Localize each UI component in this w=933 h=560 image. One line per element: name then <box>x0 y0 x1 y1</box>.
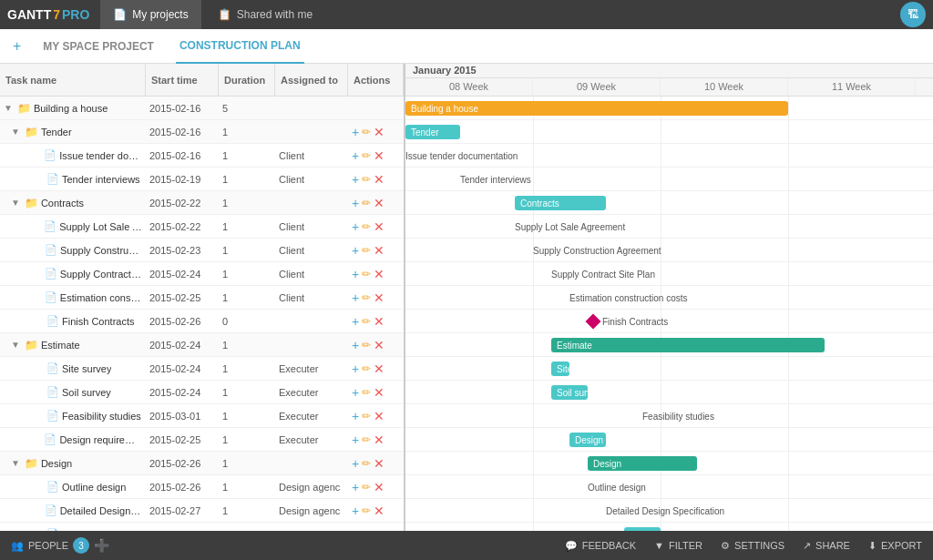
action-add[interactable]: + <box>352 290 359 305</box>
export-button[interactable]: ⬇ EXPORT <box>868 540 922 552</box>
action-edit[interactable]: ✏ <box>362 528 371 532</box>
tab-shared[interactable]: 📋 Shared with me <box>205 0 325 29</box>
folder-icon: 📁 <box>25 457 38 470</box>
cell-start: 2015-02-16 <box>146 97 219 119</box>
share-button[interactable]: ↗ SHARE <box>803 540 850 552</box>
action-edit[interactable]: ✏ <box>362 149 371 162</box>
action-edit[interactable]: ✏ <box>362 220 371 233</box>
action-delete[interactable]: ✕ <box>374 125 384 139</box>
action-edit[interactable]: ✏ <box>362 481 371 494</box>
action-delete[interactable]: ✕ <box>374 219 384 234</box>
collapse-icon[interactable]: ▼ <box>11 198 20 208</box>
collapse-icon[interactable]: ▼ <box>11 458 20 468</box>
action-edit[interactable]: ✏ <box>362 291 371 304</box>
col-header-duration: Duration <box>219 64 275 96</box>
action-edit[interactable]: ✏ <box>362 173 371 186</box>
gantt-bar[interactable]: Design <box>588 456 697 471</box>
task-name: Feasibility studies <box>62 411 141 422</box>
action-delete[interactable]: ✕ <box>374 290 384 305</box>
gantt-bar[interactable]: Estimate <box>551 338 825 352</box>
filter-button[interactable]: ▼ FILTER <box>654 540 702 551</box>
action-delete[interactable]: ✕ <box>374 504 384 518</box>
action-edit[interactable]: ✏ <box>362 197 371 209</box>
action-edit[interactable]: ✏ <box>362 126 371 138</box>
gantt-bar[interactable]: Site survey <box>551 361 569 376</box>
gantt-bar[interactable]: Contracts <box>515 196 606 210</box>
action-delete[interactable]: ✕ <box>374 527 384 532</box>
grid-line <box>788 523 789 531</box>
action-edit[interactable]: ✏ <box>362 410 371 423</box>
action-delete[interactable]: ✕ <box>374 314 384 329</box>
action-add[interactable]: + <box>352 480 359 494</box>
task-name: Building a house <box>34 103 108 114</box>
col-header-start: Start time <box>146 64 219 96</box>
action-add[interactable]: + <box>352 196 359 210</box>
col-header-actions: Actions <box>348 64 404 96</box>
nav-my-space[interactable]: MY SPACE PROJECT <box>39 29 158 64</box>
action-edit[interactable]: ✏ <box>362 244 371 257</box>
action-delete[interactable]: ✕ <box>374 456 384 471</box>
my-projects-icon: 📄 <box>113 8 127 21</box>
grid-line <box>533 428 534 451</box>
bar-label: Supply Lot Sale Agreement <box>515 222 625 232</box>
milestone-diamond <box>586 314 601 330</box>
people-count: 3 <box>73 537 89 554</box>
action-delete[interactable]: ✕ <box>374 338 384 352</box>
action-add[interactable]: + <box>352 361 359 376</box>
action-delete[interactable]: ✕ <box>374 409 384 423</box>
action-edit[interactable]: ✏ <box>362 504 371 517</box>
gantt-week-row: 08 Week09 Week10 Week11 Week <box>405 78 933 96</box>
action-delete[interactable]: ✕ <box>374 480 384 494</box>
action-edit[interactable]: ✏ <box>362 457 371 470</box>
action-delete[interactable]: ✕ <box>374 433 384 447</box>
action-add[interactable]: + <box>352 172 359 187</box>
gantt-row: Contracts <box>405 191 933 215</box>
feedback-button[interactable]: 💬 FEEDBACK <box>565 540 636 552</box>
action-edit[interactable]: ✏ <box>362 339 371 351</box>
action-add[interactable]: + <box>352 338 359 352</box>
action-add[interactable]: + <box>352 409 359 423</box>
action-edit[interactable]: ✏ <box>362 362 371 375</box>
action-add[interactable]: + <box>352 385 359 400</box>
tab-my-projects[interactable]: 📄 My projects <box>100 0 200 29</box>
action-edit[interactable]: ✏ <box>362 315 371 328</box>
logo-pro: PRO <box>62 7 89 22</box>
add-project-button[interactable]: + <box>13 38 21 55</box>
action-edit[interactable]: ✏ <box>362 433 371 446</box>
action-edit[interactable]: ✏ <box>362 386 371 399</box>
action-add[interactable]: + <box>352 267 359 281</box>
action-delete[interactable]: ✕ <box>374 267 384 281</box>
gantt-chart[interactable]: January 2015 08 Week09 Week10 Week11 Wee… <box>405 64 933 531</box>
action-edit[interactable]: ✏ <box>362 268 371 280</box>
table-row: 📄 Supply Lot Sale Agre 2015-02-22 1 Clie… <box>0 215 404 239</box>
action-add[interactable]: + <box>352 456 359 471</box>
action-delete[interactable]: ✕ <box>374 196 384 210</box>
action-add[interactable]: + <box>352 504 359 518</box>
gantt-bar[interactable]: Scheme design <box>624 527 661 531</box>
nav-construction-plan[interactable]: CONSTRUCTION PLAN <box>176 29 304 64</box>
action-delete[interactable]: ✕ <box>374 148 384 163</box>
action-add[interactable]: + <box>352 433 359 447</box>
gantt-bar[interactable]: Building a house <box>405 101 788 116</box>
action-add[interactable]: + <box>352 527 359 532</box>
collapse-icon[interactable]: ▼ <box>11 127 20 137</box>
bar-label: Tender interviews <box>460 175 531 185</box>
action-add[interactable]: + <box>352 243 359 258</box>
action-delete[interactable]: ✕ <box>374 361 384 376</box>
action-delete[interactable]: ✕ <box>374 172 384 187</box>
action-delete[interactable]: ✕ <box>374 243 384 258</box>
action-add[interactable]: + <box>352 125 359 139</box>
tab-shared-label: Shared with me <box>237 8 313 21</box>
gantt-bar[interactable]: Soil surve <box>551 385 588 400</box>
gantt-bar[interactable]: Tender <box>405 125 460 139</box>
user-avatar[interactable]: 🏗 <box>900 2 926 27</box>
action-add[interactable]: + <box>352 314 359 329</box>
action-add[interactable]: + <box>352 148 359 163</box>
gantt-bar[interactable]: Design requirements <box>569 433 606 447</box>
add-person-button[interactable]: ➕ <box>94 538 109 553</box>
action-add[interactable]: + <box>352 219 359 234</box>
settings-button[interactable]: ⚙ SETTINGS <box>721 540 784 552</box>
action-delete[interactable]: ✕ <box>374 385 384 400</box>
collapse-icon[interactable]: ▼ <box>11 340 20 350</box>
collapse-icon[interactable]: ▼ <box>4 103 13 113</box>
